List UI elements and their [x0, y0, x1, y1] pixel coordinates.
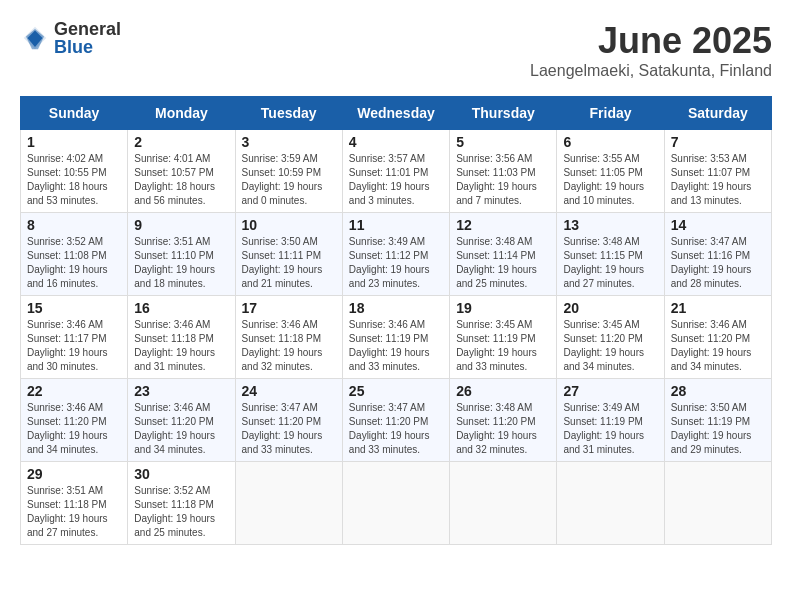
- day-number: 1: [27, 134, 121, 150]
- day-number: 9: [134, 217, 228, 233]
- calendar-cell: 29Sunrise: 3:51 AM Sunset: 11:18 PM Dayl…: [21, 462, 128, 545]
- calendar-table: SundayMondayTuesdayWednesdayThursdayFrid…: [20, 96, 772, 545]
- calendar-cell: [342, 462, 449, 545]
- day-number: 13: [563, 217, 657, 233]
- weekday-header-sunday: Sunday: [21, 97, 128, 130]
- calendar-cell: 10Sunrise: 3:50 AM Sunset: 11:11 PM Dayl…: [235, 213, 342, 296]
- day-info: Sunrise: 3:49 AM Sunset: 11:19 PM Daylig…: [563, 401, 657, 457]
- day-number: 2: [134, 134, 228, 150]
- weekday-header-thursday: Thursday: [450, 97, 557, 130]
- day-info: Sunrise: 3:46 AM Sunset: 11:17 PM Daylig…: [27, 318, 121, 374]
- day-info: Sunrise: 3:46 AM Sunset: 11:18 PM Daylig…: [134, 318, 228, 374]
- day-number: 3: [242, 134, 336, 150]
- day-info: Sunrise: 4:01 AM Sunset: 10:57 PM Daylig…: [134, 152, 228, 208]
- day-info: Sunrise: 3:49 AM Sunset: 11:12 PM Daylig…: [349, 235, 443, 291]
- calendar-cell: 4Sunrise: 3:57 AM Sunset: 11:01 PM Dayli…: [342, 130, 449, 213]
- day-number: 26: [456, 383, 550, 399]
- day-info: Sunrise: 3:48 AM Sunset: 11:14 PM Daylig…: [456, 235, 550, 291]
- weekday-header-row: SundayMondayTuesdayWednesdayThursdayFrid…: [21, 97, 772, 130]
- calendar-week-4: 29Sunrise: 3:51 AM Sunset: 11:18 PM Dayl…: [21, 462, 772, 545]
- calendar-cell: 17Sunrise: 3:46 AM Sunset: 11:18 PM Dayl…: [235, 296, 342, 379]
- day-number: 4: [349, 134, 443, 150]
- title-section: June 2025 Laengelmaeki, Satakunta, Finla…: [530, 20, 772, 80]
- calendar-cell: 18Sunrise: 3:46 AM Sunset: 11:19 PM Dayl…: [342, 296, 449, 379]
- day-info: Sunrise: 3:51 AM Sunset: 11:10 PM Daylig…: [134, 235, 228, 291]
- day-number: 16: [134, 300, 228, 316]
- calendar-cell: 9Sunrise: 3:51 AM Sunset: 11:10 PM Dayli…: [128, 213, 235, 296]
- calendar-cell: 12Sunrise: 3:48 AM Sunset: 11:14 PM Dayl…: [450, 213, 557, 296]
- day-info: Sunrise: 3:48 AM Sunset: 11:20 PM Daylig…: [456, 401, 550, 457]
- calendar-cell: 30Sunrise: 3:52 AM Sunset: 11:18 PM Dayl…: [128, 462, 235, 545]
- logo-general: General: [54, 20, 121, 38]
- weekday-header-wednesday: Wednesday: [342, 97, 449, 130]
- day-info: Sunrise: 3:52 AM Sunset: 11:08 PM Daylig…: [27, 235, 121, 291]
- calendar-week-0: 1Sunrise: 4:02 AM Sunset: 10:55 PM Dayli…: [21, 130, 772, 213]
- weekday-header-monday: Monday: [128, 97, 235, 130]
- day-number: 7: [671, 134, 765, 150]
- calendar-cell: 28Sunrise: 3:50 AM Sunset: 11:19 PM Dayl…: [664, 379, 771, 462]
- calendar-cell: 26Sunrise: 3:48 AM Sunset: 11:20 PM Dayl…: [450, 379, 557, 462]
- day-info: Sunrise: 3:52 AM Sunset: 11:18 PM Daylig…: [134, 484, 228, 540]
- logo-blue: Blue: [54, 38, 121, 56]
- day-info: Sunrise: 4:02 AM Sunset: 10:55 PM Daylig…: [27, 152, 121, 208]
- calendar-cell: 3Sunrise: 3:59 AM Sunset: 10:59 PM Dayli…: [235, 130, 342, 213]
- calendar-cell: 27Sunrise: 3:49 AM Sunset: 11:19 PM Dayl…: [557, 379, 664, 462]
- day-number: 25: [349, 383, 443, 399]
- calendar-cell: [557, 462, 664, 545]
- calendar-cell: 22Sunrise: 3:46 AM Sunset: 11:20 PM Dayl…: [21, 379, 128, 462]
- day-info: Sunrise: 3:46 AM Sunset: 11:20 PM Daylig…: [134, 401, 228, 457]
- day-number: 22: [27, 383, 121, 399]
- day-number: 23: [134, 383, 228, 399]
- day-info: Sunrise: 3:50 AM Sunset: 11:11 PM Daylig…: [242, 235, 336, 291]
- day-info: Sunrise: 3:50 AM Sunset: 11:19 PM Daylig…: [671, 401, 765, 457]
- weekday-header-friday: Friday: [557, 97, 664, 130]
- day-number: 15: [27, 300, 121, 316]
- day-info: Sunrise: 3:51 AM Sunset: 11:18 PM Daylig…: [27, 484, 121, 540]
- month-title: June 2025: [530, 20, 772, 62]
- calendar-cell: 14Sunrise: 3:47 AM Sunset: 11:16 PM Dayl…: [664, 213, 771, 296]
- calendar-cell: 24Sunrise: 3:47 AM Sunset: 11:20 PM Dayl…: [235, 379, 342, 462]
- calendar-cell: 25Sunrise: 3:47 AM Sunset: 11:20 PM Dayl…: [342, 379, 449, 462]
- day-info: Sunrise: 3:45 AM Sunset: 11:20 PM Daylig…: [563, 318, 657, 374]
- day-info: Sunrise: 3:57 AM Sunset: 11:01 PM Daylig…: [349, 152, 443, 208]
- day-number: 10: [242, 217, 336, 233]
- day-info: Sunrise: 3:46 AM Sunset: 11:20 PM Daylig…: [27, 401, 121, 457]
- day-number: 5: [456, 134, 550, 150]
- day-info: Sunrise: 3:45 AM Sunset: 11:19 PM Daylig…: [456, 318, 550, 374]
- day-info: Sunrise: 3:59 AM Sunset: 10:59 PM Daylig…: [242, 152, 336, 208]
- calendar-week-3: 22Sunrise: 3:46 AM Sunset: 11:20 PM Dayl…: [21, 379, 772, 462]
- calendar-cell: 19Sunrise: 3:45 AM Sunset: 11:19 PM Dayl…: [450, 296, 557, 379]
- calendar-cell: 21Sunrise: 3:46 AM Sunset: 11:20 PM Dayl…: [664, 296, 771, 379]
- day-info: Sunrise: 3:46 AM Sunset: 11:20 PM Daylig…: [671, 318, 765, 374]
- calendar-cell: 1Sunrise: 4:02 AM Sunset: 10:55 PM Dayli…: [21, 130, 128, 213]
- day-number: 6: [563, 134, 657, 150]
- calendar-cell: 5Sunrise: 3:56 AM Sunset: 11:03 PM Dayli…: [450, 130, 557, 213]
- calendar-week-1: 8Sunrise: 3:52 AM Sunset: 11:08 PM Dayli…: [21, 213, 772, 296]
- day-number: 28: [671, 383, 765, 399]
- day-number: 27: [563, 383, 657, 399]
- calendar-cell: 16Sunrise: 3:46 AM Sunset: 11:18 PM Dayl…: [128, 296, 235, 379]
- day-number: 24: [242, 383, 336, 399]
- location-title: Laengelmaeki, Satakunta, Finland: [530, 62, 772, 80]
- calendar-cell: 6Sunrise: 3:55 AM Sunset: 11:05 PM Dayli…: [557, 130, 664, 213]
- day-number: 21: [671, 300, 765, 316]
- day-number: 12: [456, 217, 550, 233]
- day-number: 30: [134, 466, 228, 482]
- calendar-cell: 2Sunrise: 4:01 AM Sunset: 10:57 PM Dayli…: [128, 130, 235, 213]
- logo: General Blue: [20, 20, 121, 56]
- day-number: 8: [27, 217, 121, 233]
- weekday-header-tuesday: Tuesday: [235, 97, 342, 130]
- day-number: 20: [563, 300, 657, 316]
- calendar-cell: [450, 462, 557, 545]
- calendar-cell: 13Sunrise: 3:48 AM Sunset: 11:15 PM Dayl…: [557, 213, 664, 296]
- logo-text: General Blue: [54, 20, 121, 56]
- calendar-cell: 11Sunrise: 3:49 AM Sunset: 11:12 PM Dayl…: [342, 213, 449, 296]
- day-number: 29: [27, 466, 121, 482]
- day-info: Sunrise: 3:53 AM Sunset: 11:07 PM Daylig…: [671, 152, 765, 208]
- day-info: Sunrise: 3:55 AM Sunset: 11:05 PM Daylig…: [563, 152, 657, 208]
- calendar-cell: 20Sunrise: 3:45 AM Sunset: 11:20 PM Dayl…: [557, 296, 664, 379]
- day-number: 14: [671, 217, 765, 233]
- day-info: Sunrise: 3:56 AM Sunset: 11:03 PM Daylig…: [456, 152, 550, 208]
- header: General Blue June 2025 Laengelmaeki, Sat…: [20, 20, 772, 80]
- day-number: 11: [349, 217, 443, 233]
